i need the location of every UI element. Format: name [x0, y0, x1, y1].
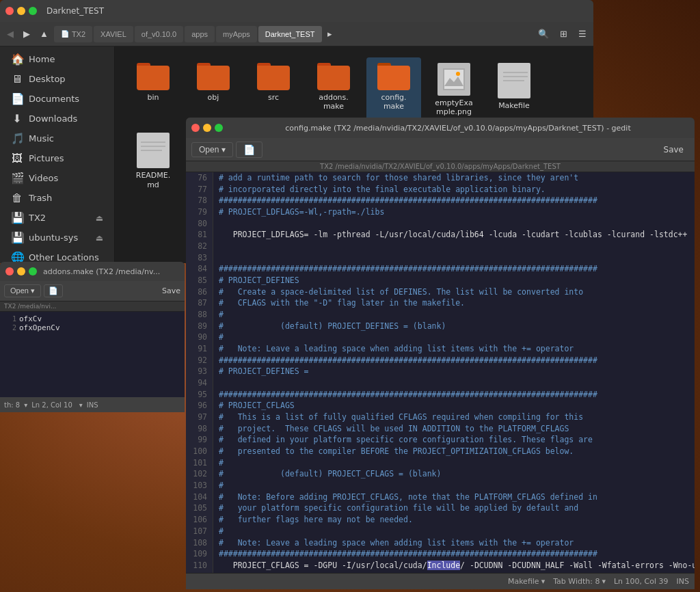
tabwidth-label: Tab Width: 8: [553, 577, 600, 586]
drive-icon-2: 💾: [11, 231, 23, 244]
code-area[interactable]: 7677787980818283848586878889909192939495…: [186, 172, 695, 573]
tab-tx2-icon: 📄: [61, 30, 69, 38]
documents-icon: 📄: [11, 92, 23, 105]
sidebar-device-ubuntu-sys[interactable]: 💾 ubuntu-sys ⏏: [3, 228, 111, 247]
tab-tx2[interactable]: 📄 TX2: [54, 26, 92, 42]
file-manager-window-controls: [5, 7, 37, 15]
gedit-close-button[interactable]: [191, 124, 200, 132]
gedit-open-button[interactable]: Open ▾: [191, 142, 233, 157]
addons-open-button[interactable]: Open ▾: [4, 284, 41, 297]
folder-icon-config: [377, 63, 410, 90]
eject-icon-ubuntu[interactable]: ⏏: [96, 233, 103, 243]
gedit-save-button[interactable]: Save: [658, 142, 689, 157]
svg-point-3: [456, 72, 460, 76]
addons-linenum-status: Ln 2, Col 10: [31, 401, 72, 409]
addons-save-button[interactable]: Save: [162, 286, 180, 295]
forward-button[interactable]: ▶: [19, 26, 34, 42]
close-button[interactable]: [5, 7, 14, 15]
file-item-empty-example[interactable]: emptyExample.png: [427, 57, 481, 122]
sidebar-item-documents[interactable]: 📄 Documents: [3, 89, 111, 109]
addons-linenum-2: 2: [5, 324, 16, 332]
sidebar-item-videos[interactable]: 🎬 Videos: [3, 168, 111, 188]
image-svg: [443, 68, 465, 90]
image-icon-empty-example: [438, 63, 470, 96]
search-button[interactable]: 🔍: [534, 26, 553, 42]
addons-tabwidth: th: 8: [4, 401, 20, 409]
filetype-dropdown[interactable]: Makefile ▾: [508, 577, 545, 586]
tabwidth-dropdown[interactable]: Tab Width: 8 ▾: [553, 577, 606, 586]
gedit-maximize-button[interactable]: [215, 124, 223, 132]
back-button[interactable]: ◀: [3, 26, 18, 42]
desktop-icon: 🖥: [11, 72, 23, 85]
downloads-icon: ⬇: [11, 112, 23, 125]
addons-linenum-1: 1: [5, 315, 16, 323]
home-icon: 🏠: [11, 53, 23, 66]
addons-editor[interactable]: 1 ofxCv 2 ofxOpenCv: [0, 312, 185, 397]
view-options-button[interactable]: ⊞: [556, 26, 571, 42]
eject-icon-tx2[interactable]: ⏏: [96, 213, 103, 223]
gedit-minimize-button[interactable]: [203, 124, 211, 132]
file-item-addons-make[interactable]: addons.make: [306, 57, 361, 122]
sidebar-item-pictures[interactable]: 🖼 Pictures: [3, 148, 111, 168]
file-manager-sidebar: 🏠 Home 🖥 Desktop 📄 Documents ⬇ Downloads…: [0, 46, 115, 263]
folder-body: [257, 66, 290, 90]
sidebar-item-home[interactable]: 🏠 Home: [3, 49, 111, 69]
sidebar-item-other-locations[interactable]: 🌐 Other Locations: [3, 247, 111, 263]
gedit-file-path: TX2 /media/nvidia/TX2/XAVIEL/of_v0.10.0/…: [320, 163, 561, 170]
file-name-readme: README.md: [136, 171, 171, 189]
addons-close-button[interactable]: [5, 267, 14, 275]
file-item-obj[interactable]: obj: [186, 57, 241, 122]
addons-toolbar: Open ▾ 📄 Save: [0, 281, 185, 301]
maximize-button[interactable]: [29, 7, 37, 15]
file-item-bin[interactable]: bin: [126, 57, 180, 122]
toolbar-right: 🔍 ⊞ ☰: [534, 26, 591, 42]
file-svg: [500, 66, 528, 96]
pictures-icon: 🖼: [11, 152, 23, 165]
tab-xaviel[interactable]: XAVIEL: [94, 26, 133, 42]
sidebar-item-trash[interactable]: 🗑 Trash: [3, 188, 111, 208]
file-name-addons-make: addons.make: [319, 93, 349, 111]
file-item-src[interactable]: src: [246, 57, 301, 122]
gedit-filename-bar: TX2 /media/nvidia/TX2/XAVIEL/of_v0.10.0/…: [186, 161, 695, 172]
addons-line-2: 2 ofxOpenCv: [5, 323, 179, 332]
folder-body: [317, 66, 350, 90]
sidebar-item-music[interactable]: 🎵 Music: [3, 129, 111, 148]
folder-icon-src: [257, 63, 290, 90]
addons-ins: INS: [87, 401, 98, 409]
file-item-readme[interactable]: README.md: [126, 127, 180, 194]
gedit-file-icon: 📄: [243, 144, 255, 155]
folder-icon-addons: [317, 63, 350, 90]
file-item-makefile[interactable]: Makefile: [487, 57, 541, 122]
new-tab-button[interactable]: ▸: [323, 26, 336, 42]
line-numbers: 7677787980818283848586878889909192939495…: [186, 172, 213, 573]
gedit-window: config.make (TX2 /media/nvidia/TX2/XAVIE…: [186, 118, 695, 589]
videos-icon: 🎬: [11, 172, 23, 185]
filetype-label: Makefile: [508, 577, 539, 586]
menu-button[interactable]: ☰: [574, 26, 591, 42]
sidebar-item-downloads[interactable]: ⬇ Downloads: [3, 109, 111, 129]
gedit-editor[interactable]: 7677787980818283848586878889909192939495…: [186, 172, 695, 573]
addons-file-icon-button[interactable]: 📄: [44, 284, 63, 297]
addons-minimize-button[interactable]: [17, 267, 25, 275]
folder-body: [377, 66, 410, 90]
file-icon-makefile: [498, 63, 530, 98]
tab-apps[interactable]: apps: [185, 26, 215, 42]
statusbar-right: Makefile ▾ Tab Width: 8 ▾ Ln 100, Col 39…: [508, 577, 689, 586]
filetype-chevron: ▾: [541, 577, 546, 586]
up-button[interactable]: ▲: [36, 26, 53, 42]
tab-myapps[interactable]: myApps: [216, 26, 257, 42]
gedit-file-button[interactable]: 📄: [236, 142, 262, 158]
addons-code-2: ofxOpenCv: [19, 323, 60, 332]
sidebar-item-desktop[interactable]: 🖥 Desktop: [3, 69, 111, 89]
file-name-bin: bin: [147, 93, 159, 102]
addons-maximize-button[interactable]: [29, 267, 37, 275]
addons-filename-bar: TX2 /media/nvi...: [0, 301, 185, 312]
addons-insert-mode: ▾: [79, 401, 83, 409]
code-content[interactable]: # add a runtime path to search for those…: [213, 172, 695, 573]
sidebar-device-tx2[interactable]: 💾 TX2 ⏏: [3, 208, 111, 228]
folder-icon-bin: [137, 63, 170, 90]
file-item-config-make[interactable]: config.make: [366, 57, 421, 122]
tab-of-version[interactable]: of_v0.10.0: [135, 26, 183, 42]
minimize-button[interactable]: [17, 7, 25, 15]
tab-darknet-test[interactable]: Darknet_TEST: [258, 26, 322, 42]
